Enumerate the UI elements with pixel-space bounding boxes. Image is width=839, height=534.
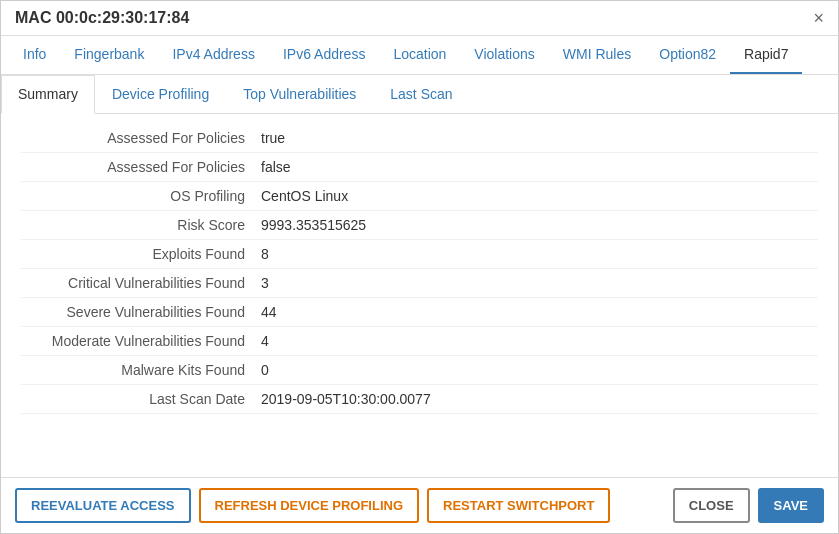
restart-switchport-button[interactable]: RESTART SWITCHPORT (427, 488, 610, 523)
table-row: Malware Kits Found 0 (21, 356, 818, 385)
table-row: Moderate Vulnerabilities Found 4 (21, 327, 818, 356)
subtab-last-scan[interactable]: Last Scan (373, 75, 469, 113)
row-label: Risk Score (21, 217, 261, 233)
row-value: 3 (261, 275, 269, 291)
modal-header: MAC 00:0c:29:30:17:84 × (1, 1, 838, 36)
row-label: Malware Kits Found (21, 362, 261, 378)
content-area: Assessed For Policies true Assessed For … (1, 114, 838, 477)
modal-title: MAC 00:0c:29:30:17:84 (15, 9, 189, 27)
row-label: Last Scan Date (21, 391, 261, 407)
tab-ipv6-address[interactable]: IPv6 Address (269, 36, 380, 74)
tab-wmi-rules[interactable]: WMI Rules (549, 36, 645, 74)
table-row: Exploits Found 8 (21, 240, 818, 269)
row-label: Moderate Vulnerabilities Found (21, 333, 261, 349)
close-button[interactable]: CLOSE (673, 488, 750, 523)
subtab-summary[interactable]: Summary (1, 75, 95, 114)
row-label: Critical Vulnerabilities Found (21, 275, 261, 291)
close-x-button[interactable]: × (813, 9, 824, 27)
modal-footer: REEVALUATE ACCESS REFRESH DEVICE PROFILI… (1, 477, 838, 533)
row-label: Exploits Found (21, 246, 261, 262)
row-value: 2019-09-05T10:30:00.0077 (261, 391, 431, 407)
row-value: 0 (261, 362, 269, 378)
tab-violations[interactable]: Violations (460, 36, 548, 74)
tab-fingerbank[interactable]: Fingerbank (60, 36, 158, 74)
tab-info[interactable]: Info (9, 36, 60, 74)
footer-left-buttons: REEVALUATE ACCESS REFRESH DEVICE PROFILI… (15, 488, 610, 523)
row-value: false (261, 159, 291, 175)
row-value: 4 (261, 333, 269, 349)
top-tab-bar: Info Fingerbank IPv4 Address IPv6 Addres… (1, 36, 838, 75)
table-row: Critical Vulnerabilities Found 3 (21, 269, 818, 298)
table-row: Severe Vulnerabilities Found 44 (21, 298, 818, 327)
row-label: OS Profiling (21, 188, 261, 204)
refresh-device-profiling-button[interactable]: REFRESH DEVICE PROFILING (199, 488, 420, 523)
row-value: 44 (261, 304, 277, 320)
row-label: Assessed For Policies (21, 130, 261, 146)
save-button[interactable]: SAVE (758, 488, 824, 523)
row-value: 8 (261, 246, 269, 262)
row-label: Severe Vulnerabilities Found (21, 304, 261, 320)
tab-rapid7[interactable]: Rapid7 (730, 36, 802, 74)
tab-option82[interactable]: Option82 (645, 36, 730, 74)
table-row: Assessed For Policies false (21, 153, 818, 182)
tab-location[interactable]: Location (379, 36, 460, 74)
table-row: Risk Score 9993.353515625 (21, 211, 818, 240)
row-label: Assessed For Policies (21, 159, 261, 175)
subtab-top-vulnerabilities[interactable]: Top Vulnerabilities (226, 75, 373, 113)
tab-ipv4-address[interactable]: IPv4 Address (158, 36, 269, 74)
modal: MAC 00:0c:29:30:17:84 × Info Fingerbank … (0, 0, 839, 534)
table-row: Last Scan Date 2019-09-05T10:30:00.0077 (21, 385, 818, 414)
sub-tab-bar: Summary Device Profiling Top Vulnerabili… (1, 75, 838, 114)
table-row: OS Profiling CentOS Linux (21, 182, 818, 211)
row-value: true (261, 130, 285, 146)
subtab-device-profiling[interactable]: Device Profiling (95, 75, 226, 113)
table-row: Assessed For Policies true (21, 124, 818, 153)
reevaluate-access-button[interactable]: REEVALUATE ACCESS (15, 488, 191, 523)
row-value: CentOS Linux (261, 188, 348, 204)
row-value: 9993.353515625 (261, 217, 366, 233)
footer-right-buttons: CLOSE SAVE (673, 488, 824, 523)
